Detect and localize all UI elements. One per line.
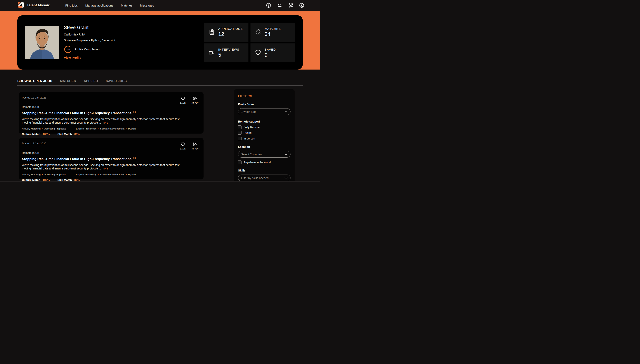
checkbox-anywhere-in-the-world[interactable] [238,160,241,164]
stat-interviews[interactable]: INTERVIEWS 5 [204,44,248,62]
completion-percent: 75% [64,45,72,54]
nav-links: Find jobs Manage applications Matches Me… [65,4,154,7]
heart-icon [181,142,185,146]
stat-label: SAVED [264,48,276,51]
filters-title: FILTERS [238,94,290,98]
apply-job-button[interactable]: APPLY [190,142,200,150]
skills-dropdown[interactable]: Filter by skills needed [238,174,290,181]
skill-tag: Software Development [96,127,124,130]
chevron-down-icon [284,111,287,112]
jobs-tab-bar: BROWSE OPEN JOBS MATCHES APPLIED SAVED J… [17,79,303,86]
completion-label: Profile Completion [75,48,100,51]
remote-option-row: Fully Remote [238,126,290,129]
location-label: Location [238,145,290,148]
send-icon [193,96,197,100]
job-actions: SAVE APPLY [178,142,200,150]
stat-value: 5 [218,52,239,58]
status-tag: Accepting Proposals [41,127,66,130]
remote-support-label: Remote support [238,120,290,123]
job-card: Posted 12 Jan 2025 SAVE APPLY [19,92,204,134]
nav-link-manage-applications[interactable]: Manage applications [85,4,114,7]
skill-tag: Software Development [96,173,124,176]
clipboard-icon [209,29,215,35]
posts-from-value: 1 week ago [241,110,256,114]
notifications-bell-icon[interactable] [277,3,282,8]
job-actions: SAVE APPLY [178,96,200,104]
account-icon[interactable] [299,3,304,8]
send-icon [193,142,197,146]
hero-band: Steve Grant California • USA Software En… [0,10,320,70]
stat-value: 9 [264,52,276,58]
checkbox-in-person[interactable] [238,137,241,140]
nav-actions [266,3,304,8]
stat-label: APPLICATIONS [218,27,243,30]
job-title-link[interactable]: Stopping Real-Time Financial Fraud in Hi… [22,157,136,161]
tab-saved-jobs[interactable]: SAVED JOBS [106,79,127,83]
tools-icon[interactable] [288,3,293,8]
profile-completion: 75% Profile Completion [64,45,150,54]
save-job-button[interactable]: SAVE [178,96,188,104]
job-title-link[interactable]: Stopping Real-Time Financial Fraud in Hi… [22,111,136,115]
tab-applied[interactable]: APPLIED [84,79,98,83]
top-nav: Talent Mosaic Find jobs Manage applicati… [0,0,320,10]
help-icon[interactable] [266,3,271,8]
tab-browse-open-jobs[interactable]: BROWSE OPEN JOBS [17,79,52,83]
puzzle-icon [255,29,261,35]
job-posted-date: Posted 12 Jan 2025 [22,142,46,145]
stat-value: 34 [264,31,281,37]
skill-tag: Python [125,127,136,130]
location-placeholder: Select Countries [241,153,262,156]
job-match-scores: Culture Match 100% Skill Match 80% [22,132,200,136]
profile-info: Steve Grant California • USA Software En… [64,25,150,60]
remote-option-row: In person [238,137,290,140]
job-tags: Actively Matching Accepting Proposals En… [22,173,200,176]
job-remote-type: Remote In UK [22,151,200,154]
location-dropdown[interactable]: Select Countries [238,151,290,158]
remote-option-row: Hybrid [238,131,290,134]
skill-match-label: Skill Match [58,132,72,136]
job-description: We're tackling fraud prevention at milli… [22,118,187,124]
more-link[interactable]: more [102,121,108,124]
external-link-icon [133,111,136,113]
job-list: Posted 12 Jan 2025 SAVE APPLY [19,92,204,182]
nav-link-find-jobs[interactable]: Find jobs [65,4,78,7]
main-content: Posted 12 Jan 2025 SAVE APPLY [0,89,320,182]
save-job-button[interactable]: SAVE [178,142,188,150]
stat-label: INTERVIEWS [218,48,239,51]
apply-job-button[interactable]: APPLY [190,96,200,104]
culture-match-value: 100% [43,132,50,136]
skill-match-value: 80% [74,132,80,136]
video-camera-icon [209,50,215,56]
job-description: We're tackling fraud prevention at milli… [22,163,187,170]
checkbox-hybrid[interactable] [238,131,241,134]
stat-applications[interactable]: APPLICATIONS 12 [204,23,248,42]
status-tag: Accepting Proposals [41,173,66,176]
job-posted-date: Posted 12 Jan 2025 [22,96,46,99]
profile-location: California • USA [64,33,150,36]
tab-matches[interactable]: MATCHES [60,79,76,83]
skill-tag: English Proficiency [76,173,96,176]
stat-matches[interactable]: MATCHES 34 [250,23,295,42]
profile-name: Steve Grant [64,25,150,30]
heart-icon [255,50,261,56]
more-link[interactable]: more [102,167,108,170]
nav-link-matches[interactable]: Matches [121,4,133,7]
talent-mosaic-logo-icon [17,2,24,9]
view-profile-link[interactable]: View Profile [64,56,81,60]
heart-icon [181,96,185,100]
job-card: Posted 12 Jan 2025 SAVE APPLY [19,138,204,180]
posts-from-label: Posts From [238,102,290,106]
nav-link-messages[interactable]: Messages [140,4,154,7]
anywhere-row: Anywhere in the world [238,160,290,164]
external-link-icon [133,156,136,159]
posts-from-dropdown[interactable]: 1 week ago [238,108,290,115]
culture-match-label: Culture Match [22,132,40,136]
stat-saved[interactable]: SAVED 9 [250,44,295,62]
brand-name: Talent Mosaic [27,3,50,7]
status-tag: Actively Matching [22,127,41,130]
brand-logo[interactable]: Talent Mosaic [17,2,50,9]
job-title: Stopping Real-Time Financial Fraud in Hi… [22,111,131,115]
profile-photo [25,26,59,59]
skill-tag: Python [125,173,136,176]
checkbox-fully-remote[interactable] [238,126,241,129]
